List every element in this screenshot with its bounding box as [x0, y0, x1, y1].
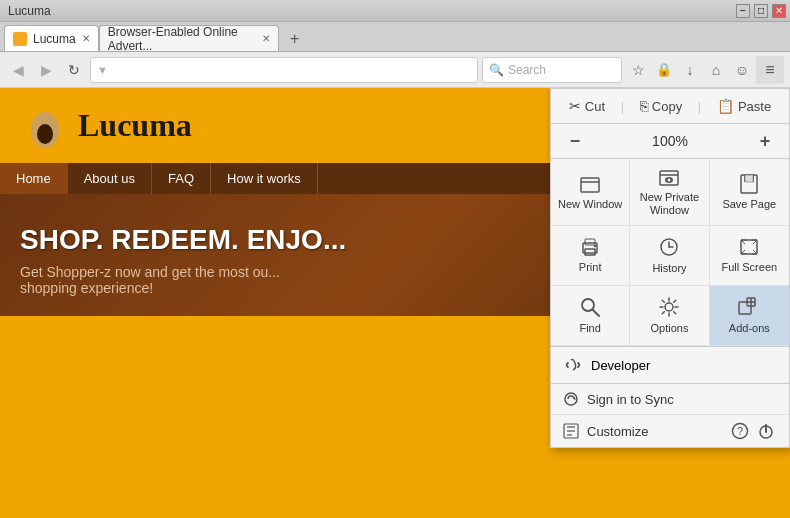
fullscreen-button[interactable]: Full Screen: [710, 226, 789, 286]
zoom-row: − 100% +: [551, 124, 789, 159]
user-icon[interactable]: ☺: [730, 58, 754, 82]
tab-label: Lucuma: [33, 32, 76, 46]
svg-rect-3: [581, 178, 599, 192]
site-logo: Lucuma: [20, 98, 192, 153]
zoom-percent: 100%: [652, 133, 688, 149]
home-icon[interactable]: ⌂: [704, 58, 728, 82]
addons-label: Add-ons: [729, 322, 770, 335]
title-bar: Lucuma − □ ✕: [0, 0, 790, 22]
developer-label: Developer: [591, 358, 650, 373]
svg-point-16: [594, 245, 596, 247]
find-icon: [579, 296, 601, 318]
lock-icon: 🔒: [652, 58, 676, 82]
options-label: Options: [651, 322, 689, 335]
bottom-icons: ?: [729, 420, 777, 442]
svg-rect-14: [585, 249, 595, 255]
new-window-label: New Window: [558, 198, 622, 211]
tab-bar: Lucuma ✕ Browser-Enabled Online Advert..…: [0, 22, 790, 52]
nav-home[interactable]: Home: [0, 163, 68, 194]
copy-button[interactable]: ⎘ Copy: [632, 95, 690, 117]
window-title: Lucuma: [8, 4, 51, 18]
addons-icon: [737, 296, 761, 318]
search-box[interactable]: 🔍 Search: [482, 57, 622, 83]
svg-point-2: [37, 124, 53, 144]
search-icon: 🔍: [489, 63, 504, 77]
cut-copy-paste-row: ✂ Cut | ⎘ Copy | 📋 Paste: [551, 89, 789, 124]
svg-text:?: ?: [737, 425, 743, 437]
nav-about[interactable]: About us: [68, 163, 152, 194]
power-icon: [757, 422, 775, 440]
cut-button[interactable]: ✂ Cut: [561, 95, 613, 117]
history-icon: [658, 236, 680, 258]
options-button[interactable]: Options: [630, 286, 709, 346]
customize-button[interactable]: Customize: [563, 423, 648, 439]
svg-line-22: [593, 310, 599, 316]
find-button[interactable]: Find: [551, 286, 630, 346]
browser-menu: ✂ Cut | ⎘ Copy | 📋 Paste − 100% +: [550, 88, 790, 448]
address-arrow: ▼: [97, 64, 108, 76]
avocado-logo: [20, 98, 70, 153]
back-button[interactable]: ◀: [6, 58, 30, 82]
minimize-button[interactable]: −: [736, 4, 750, 18]
save-page-label: Save Page: [722, 198, 776, 211]
menu-button[interactable]: ≡: [756, 56, 784, 84]
svg-rect-12: [745, 175, 753, 182]
print-icon: [579, 237, 601, 257]
cut-icon: ✂: [569, 98, 581, 114]
save-page-icon: [738, 174, 760, 194]
refresh-button[interactable]: ↻: [62, 58, 86, 82]
help-icon-button[interactable]: ?: [729, 420, 751, 442]
fullscreen-icon: [738, 237, 760, 257]
fullscreen-label: Full Screen: [722, 261, 778, 274]
tab-lucuma[interactable]: Lucuma ✕: [4, 25, 99, 51]
search-placeholder: Search: [508, 63, 546, 77]
new-window-icon: [579, 174, 601, 194]
sign-in-label: Sign in to Sync: [587, 392, 674, 407]
paste-icon: 📋: [717, 98, 734, 114]
menu-grid: New Window New Private Window: [551, 159, 789, 347]
maximize-button[interactable]: □: [754, 4, 768, 18]
close-button[interactable]: ✕: [772, 4, 786, 18]
nav-icons: ☆ 🔒 ↓ ⌂ ☺ ≡: [626, 56, 784, 84]
options-icon: [658, 296, 680, 318]
web-content: Lucuma Home About us FAQ How it works SH…: [0, 88, 790, 518]
history-label: History: [652, 262, 686, 275]
nav-how[interactable]: How it works: [211, 163, 318, 194]
print-button[interactable]: Print: [551, 226, 630, 286]
zoom-in-button[interactable]: +: [753, 129, 777, 153]
download-icon[interactable]: ↓: [678, 58, 702, 82]
zoom-out-button[interactable]: −: [563, 129, 587, 153]
window-controls: − □ ✕: [736, 4, 786, 18]
address-bar[interactable]: ▼: [90, 57, 478, 83]
developer-icon: [563, 355, 583, 375]
svg-point-21: [582, 299, 594, 311]
save-page-button[interactable]: Save Page: [710, 159, 789, 226]
forward-button[interactable]: ▶: [34, 58, 58, 82]
tab-close-icon[interactable]: ✕: [82, 33, 90, 44]
navigation-bar: ◀ ▶ ↻ ▼ 🔍 Search ☆ 🔒 ↓ ⌂ ☺ ≡: [0, 52, 790, 88]
bookmark-icon[interactable]: ☆: [626, 58, 650, 82]
svg-point-8: [668, 179, 671, 182]
svg-point-23: [665, 303, 673, 311]
site-title: Lucuma: [78, 107, 192, 144]
power-icon-button[interactable]: [755, 420, 777, 442]
new-private-window-button[interactable]: New Private Window: [630, 159, 709, 226]
copy-icon: ⎘: [640, 98, 648, 114]
developer-button[interactable]: Developer: [551, 347, 789, 384]
menu-bottom-row: Customize ?: [551, 415, 789, 447]
tab-favicon: [13, 32, 27, 46]
tab-close-icon-2[interactable]: ✕: [262, 33, 270, 44]
customize-label: Customize: [587, 424, 648, 439]
paste-button[interactable]: 📋 Paste: [709, 95, 779, 117]
new-window-button[interactable]: New Window: [551, 159, 630, 226]
sign-in-button[interactable]: Sign in to Sync: [551, 384, 789, 415]
history-button[interactable]: History: [630, 226, 709, 286]
help-icon: ?: [731, 422, 749, 440]
addons-button[interactable]: Add-ons: [710, 286, 789, 346]
print-label: Print: [579, 261, 602, 274]
tab-label-2: Browser-Enabled Online Advert...: [108, 25, 256, 53]
tab-browser[interactable]: Browser-Enabled Online Advert... ✕: [99, 25, 279, 51]
svg-rect-15: [585, 239, 595, 245]
new-tab-button[interactable]: +: [283, 27, 307, 51]
nav-faq[interactable]: FAQ: [152, 163, 211, 194]
